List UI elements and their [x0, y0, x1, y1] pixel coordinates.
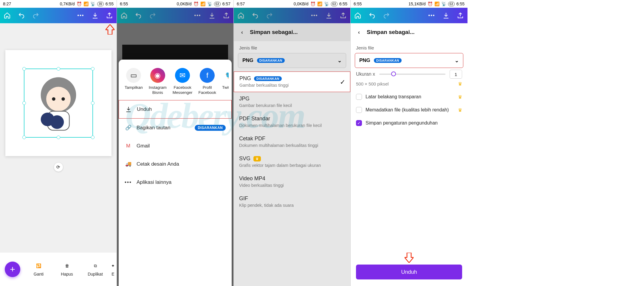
app-bar: ••• [0, 8, 117, 23]
share-twitter[interactable]: 🐦Twitte [222, 68, 229, 95]
home-icon [120, 12, 128, 19]
item-gmail[interactable]: M Gmail [119, 137, 232, 155]
panel: ‹ Simpan sebagai... Jenis file PNG DISAR… [234, 23, 350, 286]
canvas-area[interactable]: ⟳ [0, 23, 117, 253]
download-button[interactable]: Unduh [356, 265, 462, 279]
panel: ‹ Simpan sebagai... Jenis file PNG DISAR… [351, 23, 467, 286]
checkbox-icon: ✓ [356, 120, 362, 126]
check-icon: ✓ [340, 78, 345, 86]
share-icon [340, 12, 347, 19]
undo-icon[interactable] [369, 12, 376, 19]
chevron-down-icon: ⌄ [455, 57, 459, 64]
option-pdf-standar[interactable]: PDF StandarDokumen multihalaman berukura… [234, 112, 350, 132]
download-icon [208, 12, 216, 19]
share-facebook[interactable]: fProfil Facebook [199, 68, 216, 95]
screen-editor: 8:27 0,7KB/d ⏰ 📶 📡 39 6:55 ••• [0, 0, 117, 286]
item-cetak[interactable]: 🚚 Cetak desain Anda [119, 155, 232, 173]
home-icon[interactable] [4, 12, 11, 19]
app-bar: ••• [351, 8, 467, 23]
messenger-icon: ✉ [175, 68, 190, 83]
toolbar-more[interactable]: ✦E [109, 262, 117, 276]
panel-header: ‹ Simpan sebagai... [234, 23, 350, 41]
share-row[interactable]: ▭Tampilkan ◉Instagram Bisnis ✉Facebook M… [119, 65, 232, 100]
undo-icon [135, 12, 142, 19]
redo-icon[interactable] [383, 12, 390, 19]
option-png[interactable]: PNGDISARANKAN Gambar berkualitas tinggi … [234, 72, 350, 92]
status-clock2: 6:55 [106, 1, 114, 6]
undo-icon[interactable] [18, 12, 25, 19]
section-label: Jenis file [234, 41, 350, 53]
size-label: Ukuran x [356, 72, 375, 77]
status-bar: 6:55 15,1KB/d ⏰📶📡 63 6:55 [351, 0, 467, 8]
more-icon[interactable]: ••• [428, 12, 435, 19]
share-icon[interactable] [457, 12, 464, 19]
size-slider[interactable] [379, 74, 445, 75]
alarm-icon: ⏰ [193, 1, 199, 6]
alarm-icon: ⏰ [77, 1, 82, 6]
crown-icon: ♛ [458, 81, 462, 87]
share-sheet: ▭Tampilkan ◉Instagram Bisnis ✉Facebook M… [119, 60, 232, 286]
share-icon[interactable] [106, 12, 113, 19]
signal-icon: 📶 [83, 1, 89, 6]
rotate-button[interactable]: ⟳ [54, 163, 63, 172]
image-placeholder [24, 69, 92, 137]
svg-point-6 [50, 115, 64, 129]
redo-icon [266, 12, 273, 19]
share-instagram[interactable]: ◉Instagram Bisnis [149, 68, 167, 95]
undo-icon [252, 12, 259, 19]
toolbar-duplikat[interactable]: ⧉Duplikat [81, 262, 109, 276]
present-icon: ▭ [126, 68, 141, 83]
status-time: 6:55 [120, 1, 128, 6]
home-icon [237, 12, 244, 19]
slider-thumb[interactable] [391, 72, 396, 76]
toolbar-hapus[interactable]: 🗑Hapus [53, 262, 81, 276]
item-unduh[interactable]: Unduh [119, 100, 232, 119]
toolbar-ganti[interactable]: 🔁Ganti [24, 262, 53, 276]
badge-disarankan: DISARANKAN [195, 125, 226, 131]
back-icon[interactable]: ‹ [239, 29, 246, 36]
item-lainnya[interactable]: ••• Aplikasi lainnya [119, 173, 232, 191]
more-icon: ••• [194, 12, 201, 19]
share-icon [223, 12, 230, 19]
checkbox-icon [356, 107, 362, 113]
option-mp4[interactable]: Video MP4Video berkualitas tinggi [234, 172, 350, 192]
filetype-dropdown[interactable]: PNG DISARANKAN ⌄ [238, 53, 346, 68]
panel-title: Simpan sebagai... [367, 29, 415, 35]
download-icon[interactable] [92, 12, 99, 19]
instagram-icon: ◉ [150, 68, 165, 83]
home-icon[interactable] [354, 12, 361, 19]
selection-box[interactable] [24, 69, 93, 138]
app-bar: ••• [117, 8, 233, 23]
wifi-icon: 📡 [90, 1, 95, 6]
option-svg[interactable]: SVG♛Grafis vektor tajam dalam berbagai u… [234, 152, 350, 172]
filetype-dropdown[interactable]: PNG DISARANKAN ⌄ [355, 53, 463, 68]
crown-icon: ♛ [458, 94, 462, 100]
more-icon[interactable]: ••• [77, 12, 84, 19]
crown-icon: ♛ [253, 156, 261, 161]
share-tampilkan[interactable]: ▭Tampilkan [125, 68, 143, 95]
svg-point-2 [52, 97, 55, 101]
option-cetak-pdf[interactable]: Cetak PDFDokumen multihalaman berkualita… [234, 132, 350, 152]
crown-icon: ♛ [458, 107, 462, 113]
checkbox-compress[interactable]: Memadatkan file (kualitas lebih rendah) … [351, 103, 467, 116]
fab-add[interactable]: + [5, 262, 20, 277]
app-bar: ••• [234, 8, 350, 23]
status-bar: 6:55 0,0KB/d ⏰📶📡 63 6:57 [117, 0, 233, 8]
status-net: 0,7KB/d [60, 1, 75, 6]
facebook-icon: f [200, 68, 215, 83]
share-messenger[interactable]: ✉Facebook Messenger [173, 68, 193, 95]
item-bagikan[interactable]: 🔗 Bagikan tautan DISARANKAN [119, 119, 232, 137]
redo-icon[interactable] [32, 12, 39, 19]
option-gif[interactable]: GIFKlip pendek, tidak ada suara [234, 192, 350, 212]
download-icon [325, 12, 332, 19]
panel-title: Simpan sebagai... [250, 29, 298, 35]
size-value[interactable]: 1 [450, 70, 462, 79]
download-icon[interactable] [442, 12, 450, 19]
link-icon: 🔗 [125, 124, 132, 131]
back-icon[interactable]: ‹ [355, 29, 363, 36]
size-dims: 500 × 500 piksel [356, 81, 389, 86]
artboard[interactable] [5, 50, 112, 156]
option-jpg[interactable]: JPGGambar berukuran file kecil [234, 92, 350, 112]
checkbox-transparent[interactable]: Latar belakang transparan ♛ [351, 90, 467, 103]
checkbox-save-settings[interactable]: ✓ Simpan pengaturan pengunduhan [351, 116, 467, 130]
